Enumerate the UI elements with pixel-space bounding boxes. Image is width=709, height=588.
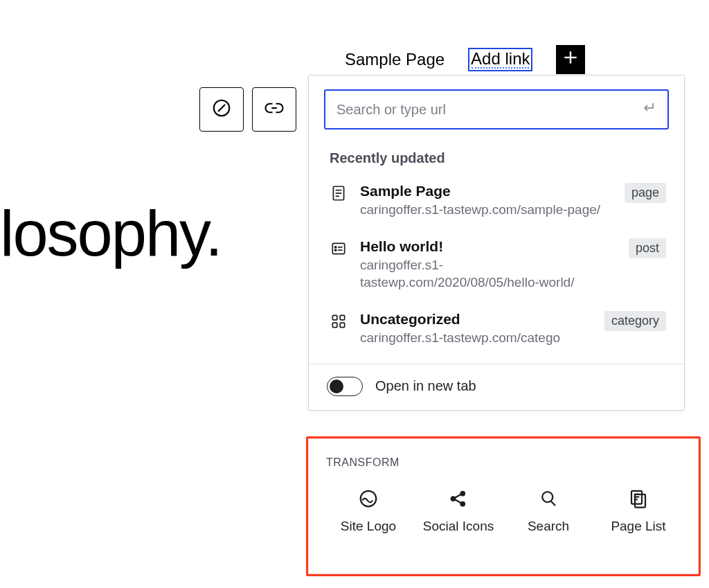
enter-icon [641, 100, 658, 119]
transform-search[interactable]: Search [510, 487, 586, 535]
transform-page-list[interactable]: Page List [600, 487, 676, 535]
nav-item-add-link[interactable]: Add link [468, 48, 532, 71]
result-type-badge: page [625, 183, 666, 203]
result-type-badge: post [629, 238, 666, 258]
category-icon [330, 312, 349, 333]
svg-point-23 [542, 492, 553, 502]
toolbar-explore-button[interactable] [199, 87, 244, 132]
open-new-tab-row: Open in new tab [309, 364, 684, 410]
link-search-input[interactable] [335, 101, 641, 118]
transform-item-label: Social Icons [423, 519, 494, 535]
block-toolbar [199, 87, 296, 132]
plus-icon [562, 48, 580, 71]
result-url: caringoffer.s1-tastewp.com/catego [360, 329, 593, 347]
svg-line-22 [455, 499, 461, 503]
transform-items: Site Logo Social Icons Search Page List [326, 487, 681, 535]
page-icon [330, 184, 349, 205]
add-block-button[interactable] [556, 45, 585, 74]
open-new-tab-label: Open in new tab [375, 378, 476, 394]
result-type-badge: category [604, 311, 666, 331]
result-title: Uncategorized [360, 311, 593, 328]
recently-updated-label: Recently updated [309, 130, 684, 176]
nav-row: Sample Page Add link [345, 45, 585, 74]
transform-item-label: Site Logo [341, 519, 396, 535]
svg-rect-13 [332, 315, 337, 320]
link-popover: Recently updated Sample Page caringoffer… [308, 75, 685, 411]
search-box [324, 89, 669, 130]
svg-point-9 [335, 246, 336, 247]
post-icon [330, 240, 349, 260]
svg-rect-8 [332, 243, 344, 253]
transform-heading: TRANSFORM [326, 456, 681, 469]
share-icon [447, 487, 470, 510]
svg-line-21 [455, 495, 461, 498]
open-new-tab-toggle[interactable] [327, 377, 363, 396]
svg-rect-14 [340, 315, 345, 320]
result-item[interactable]: Sample Page caringoffer.s1-tastewp.com/s… [309, 176, 684, 231]
result-title: Sample Page [360, 183, 613, 199]
svg-line-24 [551, 501, 555, 506]
result-url: caringoffer.s1-tastewp.com/2020/08/05/he… [360, 256, 618, 292]
svg-point-19 [461, 492, 465, 496]
page-list-icon [627, 487, 650, 510]
transform-site-logo[interactable]: Site Logo [330, 487, 406, 535]
transform-item-label: Search [528, 519, 569, 535]
result-item[interactable]: Hello world! caringoffer.s1-tastewp.com/… [309, 231, 684, 304]
transform-item-label: Page List [611, 519, 665, 535]
result-title: Hello world! [360, 238, 618, 255]
svg-point-20 [461, 502, 465, 506]
transform-social-icons[interactable]: Social Icons [420, 487, 496, 535]
svg-point-10 [335, 249, 336, 251]
page-heading-fragment: losophy. [0, 197, 222, 270]
search-icon [537, 487, 560, 510]
svg-rect-16 [340, 323, 345, 328]
toolbar-link-button[interactable] [252, 87, 296, 132]
result-item[interactable]: Uncategorized caringoffer.s1-tastewp.com… [309, 304, 684, 359]
site-logo-icon [357, 487, 380, 510]
svg-rect-15 [332, 323, 337, 328]
transform-section-highlight: TRANSFORM Site Logo Social Icons Search [306, 436, 701, 576]
compass-icon [211, 98, 232, 121]
result-url: caringoffer.s1-tastewp.com/sample-page/ [360, 201, 613, 219]
svg-line-3 [218, 105, 225, 112]
nav-item-sample-page[interactable]: Sample Page [345, 50, 445, 69]
link-icon [264, 98, 285, 121]
svg-point-18 [451, 497, 456, 501]
